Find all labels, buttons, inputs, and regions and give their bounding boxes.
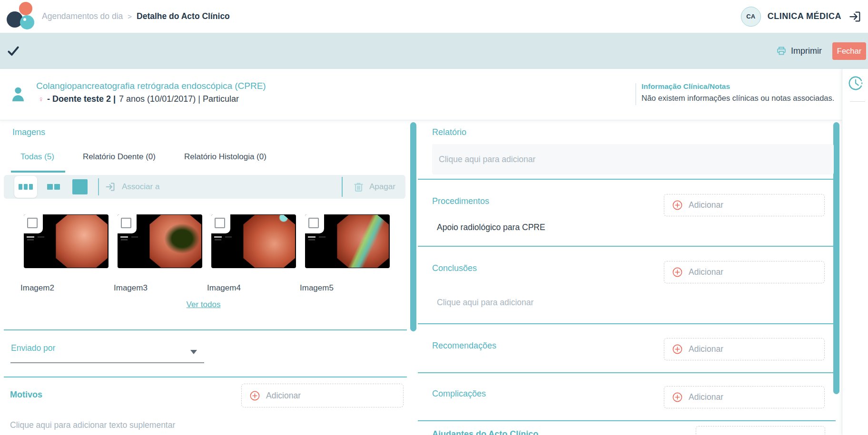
divider xyxy=(418,420,836,421)
breadcrumb-separator-icon: > xyxy=(128,12,132,20)
images-toolbar: Associar a Apagar xyxy=(4,175,405,199)
divider xyxy=(4,377,407,377)
image-checkbox[interactable] xyxy=(215,218,225,228)
endoscopy-image xyxy=(337,215,389,268)
add-complication-button[interactable]: Adicionar xyxy=(664,386,825,408)
complications-section-title: Complicações xyxy=(432,389,486,399)
image-thumbnail[interactable] xyxy=(211,214,296,268)
patient-summary-band: Colangiopancreatografia retrógrada endos… xyxy=(0,69,842,120)
left-panel-scrollbar[interactable] xyxy=(410,122,416,331)
associate-arrow-icon xyxy=(105,181,116,193)
add-button-label: Adicionar xyxy=(689,344,723,354)
patient-name: - Doente teste 2 | xyxy=(47,94,116,104)
conclusions-placeholder[interactable]: Clique aqui para adicionar xyxy=(437,298,533,308)
tab-relatorio-histologia[interactable]: Relatório Histologia (0) xyxy=(184,152,266,162)
divider xyxy=(4,329,407,330)
chevron-down-icon[interactable] xyxy=(190,350,197,354)
delete-images-label: Apagar xyxy=(369,182,395,192)
add-motive-button[interactable]: Adicionar xyxy=(241,384,404,407)
page-title: Detalhe do Acto Clínico xyxy=(137,11,230,21)
associate-to-label: Associar a xyxy=(122,182,159,192)
plus-circle-icon xyxy=(672,267,683,278)
motives-section-title: Motivos xyxy=(10,390,42,400)
image-thumbnail[interactable] xyxy=(305,214,390,268)
plus-circle-icon xyxy=(672,200,683,211)
conclusions-section-title: Conclusões xyxy=(432,263,477,273)
history-side-rail xyxy=(842,69,868,435)
image-label: Imagem2 xyxy=(20,283,54,293)
app-logo-icon[interactable] xyxy=(5,1,32,29)
divider xyxy=(98,178,99,195)
clinical-info-text: Não existem informações clínicas ou nota… xyxy=(641,94,834,103)
avatar[interactable]: CA xyxy=(741,7,761,27)
delete-images-button[interactable]: Apagar xyxy=(353,175,395,199)
associate-to-button[interactable]: Associar a xyxy=(105,175,159,199)
image-thumbnail[interactable] xyxy=(118,214,202,268)
patient-icon xyxy=(10,86,26,105)
endoscopy-image xyxy=(243,215,295,268)
breadcrumb-parent[interactable]: Agendamentos do dia xyxy=(42,11,123,21)
add-button-label: Adicionar xyxy=(689,200,723,210)
recommendations-section-title: Recomendações xyxy=(432,341,496,351)
add-assistant-button[interactable]: Adicionar xyxy=(696,426,825,435)
add-conclusion-button[interactable]: Adicionar xyxy=(664,261,825,283)
grid-view-2-button[interactable] xyxy=(45,179,61,195)
divider xyxy=(418,179,836,180)
add-button-label: Adicionar xyxy=(689,392,723,402)
images-section-title: Imagens xyxy=(12,127,45,137)
image-checkbox[interactable] xyxy=(121,218,131,228)
report-placeholder: Clique aqui para adicionar xyxy=(439,155,535,164)
divider xyxy=(418,372,836,373)
plus-circle-icon xyxy=(672,392,683,403)
report-section-title: Relatório xyxy=(432,127,466,137)
clinical-info-block: Informação Clínica/Notas Não existem inf… xyxy=(641,82,834,103)
image-thumbnail[interactable] xyxy=(24,214,108,268)
divider xyxy=(342,177,343,197)
close-button[interactable]: Fechar xyxy=(832,42,866,60)
patient-info-line: ♀ - Doente teste 2 | 7 anos (10/01/2017)… xyxy=(38,94,239,104)
print-button-label: Imprimir xyxy=(791,46,822,56)
image-label: Imagem4 xyxy=(207,283,241,293)
tab-todas[interactable]: Todas (5) xyxy=(20,152,54,162)
clinical-act-detail-page: Agendamentos do dia > Detalhe do Acto Cl… xyxy=(0,0,868,435)
endoscopy-image xyxy=(149,215,201,268)
divider xyxy=(418,246,836,247)
procedures-section-title: Procedimentos xyxy=(432,196,489,206)
endoscopy-image xyxy=(56,215,108,268)
image-checkbox[interactable] xyxy=(27,218,38,228)
add-recommendation-button[interactable]: Adicionar xyxy=(664,338,825,360)
history-clock-icon[interactable] xyxy=(848,75,864,93)
add-procedure-button[interactable]: Adicionar xyxy=(664,194,825,216)
plus-circle-icon xyxy=(672,344,683,355)
trash-icon xyxy=(353,181,365,193)
images-tabs: Todas (5) Relatório Doente (0) Relatório… xyxy=(20,152,266,162)
sent-by-select-label[interactable]: Enviado por xyxy=(11,343,55,353)
check-icon[interactable] xyxy=(7,44,20,59)
procedure-item[interactable]: Apoio radiológico para CPRE xyxy=(437,222,545,232)
plus-circle-icon xyxy=(249,390,260,401)
right-panel-scrollbar[interactable] xyxy=(833,122,839,394)
breadcrumb: Agendamentos do dia > Detalhe do Acto Cl… xyxy=(42,0,230,33)
exam-title[interactable]: Colangiopancreatografia retrógrada endos… xyxy=(36,81,266,91)
image-label: Imagem5 xyxy=(300,283,334,293)
action-toolbar: Imprimir Fechar xyxy=(0,33,868,69)
print-button[interactable]: Imprimir xyxy=(776,45,822,57)
add-button-label: Adicionar xyxy=(266,391,301,401)
report-input[interactable]: Clique aqui para adicionar xyxy=(432,144,834,174)
app-header: Agendamentos do dia > Detalhe do Acto Cl… xyxy=(0,0,868,33)
female-gender-icon: ♀ xyxy=(38,95,44,104)
printer-icon xyxy=(776,45,787,57)
add-button-label: Adicionar xyxy=(689,267,723,277)
divider xyxy=(635,83,636,105)
image-label: Imagem3 xyxy=(114,283,148,293)
active-tab-underline xyxy=(11,171,65,173)
image-checkbox[interactable] xyxy=(308,218,319,228)
logout-icon[interactable] xyxy=(848,10,862,24)
grid-view-1-button[interactable] xyxy=(72,179,88,194)
motives-placeholder[interactable]: Clique aqui para adicionar texto supleme… xyxy=(10,420,175,430)
grid-view-3-button[interactable] xyxy=(14,176,37,198)
clinical-info-title[interactable]: Informação Clínica/Notas xyxy=(641,82,834,91)
header-account-area: CA CLINICA MÉDICA xyxy=(741,0,862,33)
tab-relatorio-doente[interactable]: Relatório Doente (0) xyxy=(83,152,156,162)
view-all-link[interactable]: Ver todos xyxy=(187,300,221,309)
